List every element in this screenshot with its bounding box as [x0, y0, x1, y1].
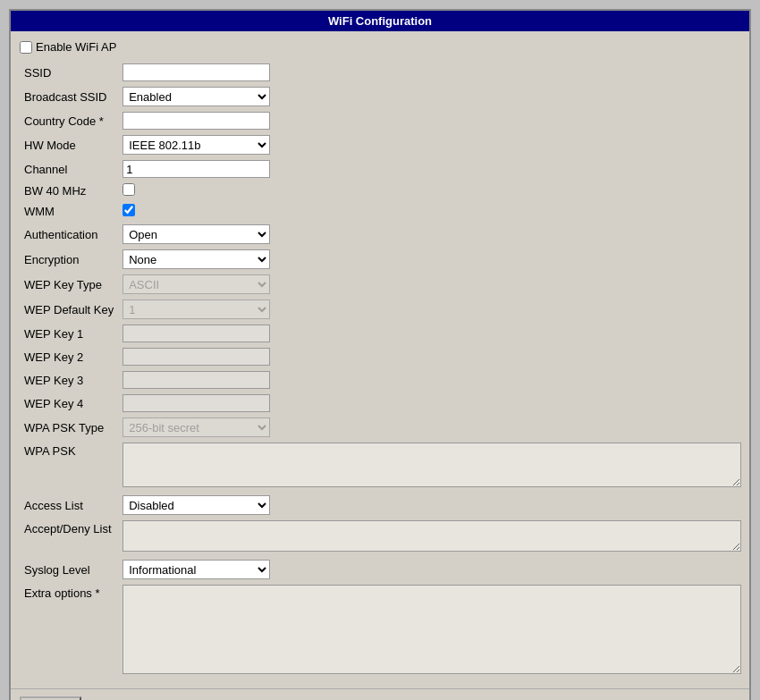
hw-mode-select[interactable]: IEEE 802.11b IEEE 802.11g IEEE 802.11n	[122, 135, 270, 155]
title-bar: WiFi Configuration	[11, 11, 749, 31]
wep-key-type-row: WEP Key Type ASCII HEX	[20, 272, 746, 297]
wep-default-key-label: WEP Default Key	[20, 297, 118, 322]
syslog-select[interactable]: Informational Debug Notice Warning Error	[122, 560, 270, 579]
broadcast-ssid-label: Broadcast SSID	[20, 84, 118, 109]
authentication-select[interactable]: Open WPA-PSK WPA2-PSK	[122, 224, 270, 244]
wep-key4-input[interactable]	[122, 394, 270, 412]
wpa-psk-label: WPA PSK	[20, 440, 118, 493]
authentication-row: Authentication Open WPA-PSK WPA2-PSK	[20, 222, 746, 247]
wep-default-key-select[interactable]: 1 2 3 4	[122, 299, 270, 319]
wpa-psk-row: WPA PSK	[20, 440, 746, 493]
ssid-label: SSID	[20, 61, 118, 84]
extra-options-textarea[interactable]	[122, 585, 741, 674]
wep-key2-row: WEP Key 2	[20, 345, 746, 368]
accept-deny-textarea[interactable]	[122, 520, 741, 552]
enable-wifi-label: Enable WiFi AP	[36, 40, 116, 54]
wep-key3-row: WEP Key 3	[20, 368, 746, 392]
bw40-label: BW 40 MHz	[20, 181, 118, 201]
wmm-label: WMM	[20, 201, 118, 222]
accept-deny-row: Accept/Deny List	[20, 518, 746, 557]
encryption-label: Encryption	[20, 247, 118, 272]
encryption-select[interactable]: None WEP TKIP CCMP	[122, 249, 270, 269]
extra-options-row: Extra options *	[20, 582, 746, 679]
extra-options-label: Extra options *	[20, 582, 118, 679]
wpa-psk-type-select[interactable]: 256-bit secret Passphrase	[122, 417, 270, 437]
country-code-row: Country Code *	[20, 109, 746, 132]
form-content: Enable WiFi AP SSID Broadcast SSID Enabl…	[11, 31, 749, 688]
wep-key4-row: WEP Key 4	[20, 392, 746, 415]
access-list-select[interactable]: Disabled Allow Deny	[122, 495, 270, 515]
wpa-psk-type-label: WPA PSK Type	[20, 415, 118, 440]
config-table: SSID Broadcast SSID Enabled Disabled Co	[20, 61, 746, 679]
bw40-row: BW 40 MHz	[20, 181, 746, 201]
hw-mode-row: HW Mode IEEE 802.11b IEEE 802.11g IEEE 8…	[20, 132, 746, 157]
wpa-psk-textarea[interactable]	[122, 443, 741, 487]
ssid-row: SSID	[20, 61, 746, 84]
wep-key2-label: WEP Key 2	[20, 345, 118, 368]
wep-key3-input[interactable]	[122, 371, 270, 389]
channel-input[interactable]	[122, 160, 270, 178]
syslog-label: Syslog Level	[20, 557, 118, 582]
wmm-row: WMM	[20, 201, 746, 222]
wep-key4-label: WEP Key 4	[20, 392, 118, 415]
enable-wifi-checkbox[interactable]	[20, 41, 32, 54]
wmm-checkbox[interactable]	[122, 204, 135, 216]
enable-wifi-row: Enable WiFi AP	[20, 40, 736, 54]
window-title: WiFi Configuration	[328, 14, 432, 28]
authentication-label: Authentication	[20, 222, 118, 247]
wep-key2-input[interactable]	[122, 348, 270, 366]
country-code-label: Country Code *	[20, 109, 118, 132]
broadcast-ssid-select[interactable]: Enabled Disabled	[122, 87, 270, 106]
wep-key1-label: WEP Key 1	[20, 322, 118, 345]
country-code-input[interactable]	[122, 112, 270, 130]
ssid-input[interactable]	[122, 63, 270, 81]
syslog-row: Syslog Level Informational Debug Notice …	[20, 557, 746, 582]
access-list-row: Access List Disabled Allow Deny	[20, 493, 746, 518]
encryption-row: Encryption None WEP TKIP CCMP	[20, 247, 746, 272]
wep-key1-input[interactable]	[122, 325, 270, 342]
channel-row: Channel	[20, 157, 746, 181]
apply-button[interactable]: Apply	[20, 696, 81, 700]
wpa-psk-type-row: WPA PSK Type 256-bit secret Passphrase	[20, 415, 746, 440]
wep-key-type-label: WEP Key Type	[20, 272, 118, 297]
wep-key3-label: WEP Key 3	[20, 368, 118, 392]
access-list-label: Access List	[20, 493, 118, 518]
wep-key1-row: WEP Key 1	[20, 322, 746, 345]
wep-default-key-row: WEP Default Key 1 2 3 4	[20, 297, 746, 322]
footer: Apply	[11, 688, 749, 700]
accept-deny-label: Accept/Deny List	[20, 518, 118, 557]
broadcast-ssid-row: Broadcast SSID Enabled Disabled	[20, 84, 746, 109]
wep-key-type-select[interactable]: ASCII HEX	[122, 274, 270, 294]
main-window: WiFi Configuration Enable WiFi AP SSID B…	[9, 9, 751, 700]
bw40-checkbox[interactable]	[122, 183, 135, 196]
hw-mode-label: HW Mode	[20, 132, 118, 157]
channel-label: Channel	[20, 157, 118, 181]
